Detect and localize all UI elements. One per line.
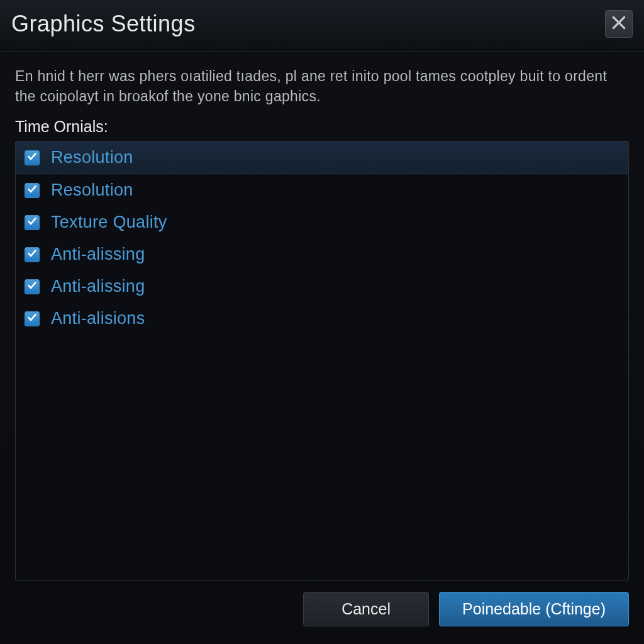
option-row[interactable]: Resolution [16, 142, 628, 174]
option-label: Anti-alissing [51, 245, 145, 264]
checkbox[interactable] [25, 150, 40, 165]
section-label: Time Ornials: [15, 118, 629, 136]
checkbox[interactable] [25, 247, 40, 262]
checkmark-icon [27, 152, 37, 164]
settings-dialog: Graphics Settings En hnid t herr was phe… [0, 0, 644, 644]
checkbox[interactable] [25, 279, 40, 294]
titlebar: Graphics Settings [0, 0, 644, 52]
option-label: Anti-alissing [51, 277, 145, 296]
cancel-button[interactable]: Cancel [303, 592, 429, 626]
option-label: Anti-alisions [51, 309, 145, 328]
checkmark-icon [27, 216, 37, 229]
option-label: Resolution [51, 180, 133, 200]
checkbox[interactable] [25, 215, 40, 230]
checkmark-icon [27, 280, 37, 293]
option-row[interactable]: Anti-alissing [16, 238, 628, 270]
primary-button[interactable]: Poinedable (Cftinge) [439, 592, 629, 626]
dialog-footer: Cancel Poinedable (Cftinge) [0, 592, 644, 644]
checkbox[interactable] [25, 311, 40, 326]
close-icon [611, 14, 627, 33]
description-text: En hnid t herr was phers oıatilied tıade… [15, 66, 629, 106]
option-label: Resolution [51, 148, 133, 167]
option-row[interactable]: Anti-alisions [16, 303, 628, 335]
option-row[interactable]: Anti-alissing [16, 270, 628, 303]
options-list: ResolutionResolutionTexture QualityAnti-… [15, 141, 629, 580]
option-row[interactable]: Texture Quality [16, 206, 628, 238]
option-row[interactable]: Resolution [16, 174, 628, 206]
close-button[interactable] [605, 10, 633, 38]
checkmark-icon [27, 248, 37, 261]
dialog-title: Graphics Settings [11, 11, 196, 37]
checkmark-icon [27, 313, 37, 325]
option-label: Texture Quality [51, 213, 167, 232]
dialog-content: En hnid t herr was phers oıatilied tıade… [0, 52, 644, 592]
checkmark-icon [27, 184, 37, 197]
checkbox[interactable] [25, 183, 40, 198]
